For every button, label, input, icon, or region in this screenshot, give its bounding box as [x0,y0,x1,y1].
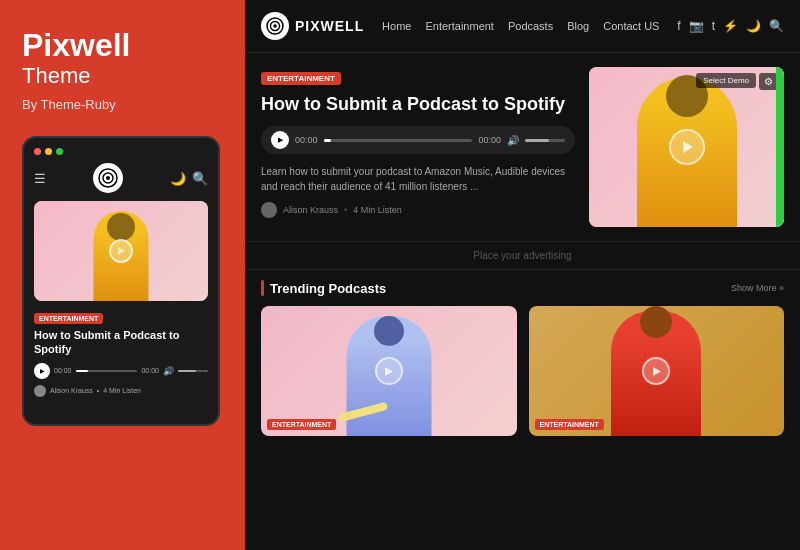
article-main: ENTERTAINMENT How to Submit a Podcast to… [261,67,575,227]
phone-mockup: ☰ 🌙 🔍 ENTERTAINMENT How to Submit a Podc… [22,136,220,426]
audio-progress-fill [324,139,331,142]
audio-start-time: 00:00 [295,135,318,145]
nav-contact[interactable]: Contact US [603,20,659,32]
svg-point-2 [106,176,110,180]
window-dots [34,148,208,155]
trending-card-1: ENTERTAINMENT [261,306,517,436]
audio-volume-icon: 🔊 [507,135,519,146]
instagram-icon[interactable]: 📷 [689,19,704,33]
phone-time-start: 00:00 [54,367,72,374]
audio-volume-bar[interactable] [525,139,565,142]
site-nav: Home Entertainment Podcasts Blog Contact… [382,20,659,32]
phone-audio-bar: ▶ 00:00 00:00 🔊 [34,363,208,379]
dot-green [56,148,63,155]
phone-header: ☰ 🌙 🔍 [34,163,208,193]
dot-red [34,148,41,155]
article-title: How to Submit a Podcast to Spotify [261,93,575,116]
card2-tag: ENTERTAINMENT [535,419,604,430]
site-header-icons: f 📷 t ⚡ 🌙 🔍 [677,19,784,33]
phone-volume-bar[interactable] [178,370,208,372]
nav-entertainment[interactable]: Entertainment [425,20,493,32]
phone-article-title: How to Submit a Podcast to Spotify [34,328,208,357]
trending-section: Trending Podcasts Show More » ENTERTAINM… [245,270,800,446]
select-demo-button[interactable]: Select Demo [696,73,756,88]
site-content: ENTERTAINMENT How to Submit a Podcast to… [245,53,800,242]
phone-progress-bar[interactable] [76,370,138,372]
twitter-icon[interactable]: t [712,19,715,33]
author-meta: 4 Min Listen [353,205,402,215]
audio-player: ▶ 00:00 00:00 🔊 [261,126,575,154]
nav-home[interactable]: Home [382,20,411,32]
green-bar [776,67,784,227]
audio-progress-bar[interactable] [324,139,473,142]
card2-play-overlay[interactable] [642,357,670,385]
moon-icon[interactable]: 🌙 [170,171,186,186]
article-excerpt: Learn how to submit your podcast to Amaz… [261,164,575,194]
show-more-link[interactable]: Show More » [731,283,784,293]
phone-time-end: 00:00 [141,367,159,374]
site-logo-icon [261,12,289,40]
lightning-icon: ⚡ [723,19,738,33]
phone-author-avatar [34,385,46,397]
trending-header: Trending Podcasts Show More » [261,280,784,296]
brand-by-line: By Theme-Ruby [22,97,223,112]
author-avatar [261,202,277,218]
card1-tag: ENTERTAINMENT [267,419,336,430]
phone-header-icons: 🌙 🔍 [170,171,208,186]
phone-play-overlay [109,239,133,263]
darkmode-icon[interactable]: 🌙 [746,19,761,33]
facebook-icon[interactable]: f [677,19,680,33]
audio-play-button[interactable]: ▶ [271,131,289,149]
trending-card-2: ENTERTAINMENT [529,306,785,436]
nav-podcasts[interactable]: Podcasts [508,20,553,32]
nav-blog[interactable]: Blog [567,20,589,32]
card1-play-overlay[interactable] [375,357,403,385]
trending-title-wrap: Trending Podcasts [261,280,386,296]
trending-cards: ENTERTAINMENT ENTERTAINMENT [261,306,784,436]
trending-bar [261,280,264,296]
phone-author: Alison Krauss • 4 Min Listen [34,385,208,397]
hero-play-overlay[interactable] [669,129,705,165]
brand-subtitle: Theme [22,63,223,89]
phone-volume-icon: 🔊 [163,366,174,376]
phone-play-button[interactable]: ▶ [34,363,50,379]
right-panel: PIXWELL Home Entertainment Podcasts Blog… [245,0,800,550]
phone-article-image [34,201,208,301]
author-separator: • [344,205,347,215]
phone-article-tag: ENTERTAINMENT [34,313,103,324]
brand-title: Pixwell [22,28,223,63]
article-tag: ENTERTAINMENT [261,72,341,85]
article-hero-image: Select Demo ⚙ [589,67,784,227]
author-name: Alison Krauss [283,205,338,215]
audio-end-time: 00:00 [478,135,501,145]
left-panel: Pixwell Theme By Theme-Ruby ☰ 🌙 🔍 [0,0,245,550]
phone-author-meta: 4 Min Listen [103,387,141,394]
hamburger-icon[interactable]: ☰ [34,171,46,186]
search-icon[interactable]: 🔍 [769,19,784,33]
phone-author-name: Alison Krauss [50,387,93,394]
phone-dot-sep: • [97,387,99,394]
site-header: PIXWELL Home Entertainment Podcasts Blog… [245,0,800,53]
svg-point-5 [273,24,277,28]
site-logo-text: PIXWELL [295,18,364,34]
dot-yellow [45,148,52,155]
phone-progress-fill [76,370,88,372]
phone-logo [93,163,123,193]
site-logo: PIXWELL [261,12,364,40]
trending-title: Trending Podcasts [270,281,386,296]
article-author: Alison Krauss • 4 Min Listen [261,202,575,218]
ad-banner: Place your advertising [245,242,800,270]
search-icon[interactable]: 🔍 [192,171,208,186]
